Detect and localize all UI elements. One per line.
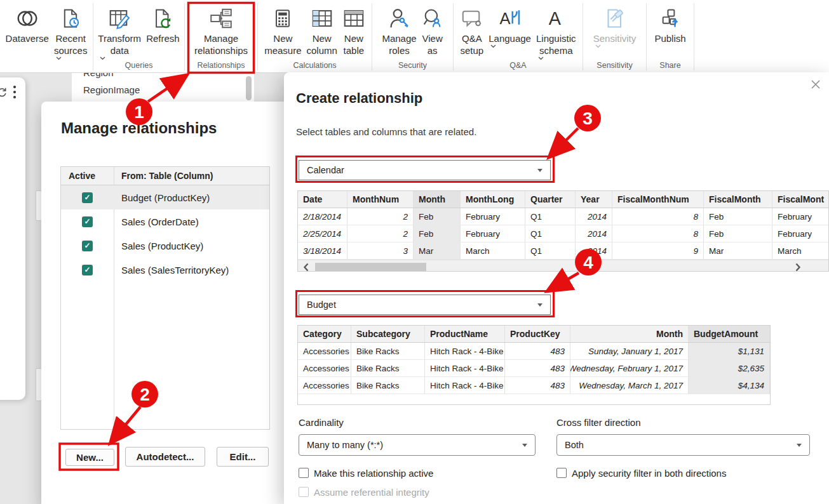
cell[interactable]: Bike Racks <box>351 377 425 394</box>
ribbon-button-linguistic-schema[interactable]: A Linguistic schema <box>534 0 579 61</box>
cell-selected[interactable]: $1,131 <box>689 343 770 359</box>
cell[interactable]: 2/25/2014 <box>298 225 347 242</box>
make-active-checkbox[interactable] <box>299 468 309 478</box>
cell-selected[interactable]: Feb <box>414 208 461 225</box>
cell[interactable]: February <box>772 208 829 225</box>
cell[interactable]: Accessories <box>298 360 351 376</box>
column-header[interactable]: FiscalMont <box>772 191 829 208</box>
more-options-icon[interactable] <box>13 86 16 101</box>
cell-selected[interactable]: $2,635 <box>689 360 770 376</box>
autodetect-button[interactable]: Autodetect... <box>125 447 205 467</box>
ribbon-button-language[interactable]: A Language <box>486 0 534 61</box>
active-checkbox[interactable] <box>82 192 93 203</box>
column-header[interactable]: Year <box>576 191 612 208</box>
cell[interactable]: February <box>461 208 525 225</box>
cell[interactable]: Wednesday, March 1, 2017 <box>570 377 689 394</box>
cell[interactable]: 2 <box>347 225 414 242</box>
cell[interactable]: Hitch Rack - 4-Bike <box>425 377 505 394</box>
column-header[interactable]: ProductKey <box>505 326 570 342</box>
apply-security-checkbox[interactable] <box>556 468 567 478</box>
column-header-selected[interactable]: Month <box>414 191 461 208</box>
active-checkbox[interactable] <box>82 216 93 227</box>
cell[interactable]: Feb <box>704 225 772 242</box>
second-table-dropdown[interactable]: Budget <box>299 295 551 315</box>
cell[interactable]: Bike Racks <box>351 360 425 376</box>
cross-filter-dropdown[interactable]: Both <box>556 434 810 456</box>
cell[interactable]: 3/18/2014 <box>298 242 347 259</box>
cell[interactable]: March <box>461 242 525 259</box>
ribbon-button-new-column[interactable]: Newcolumn <box>304 0 340 61</box>
column-header[interactable]: Date <box>298 191 347 208</box>
cell[interactable]: February <box>461 225 525 242</box>
ribbon-button-refresh[interactable]: Refresh <box>144 0 182 61</box>
column-header[interactable]: MonthLong <box>461 191 525 208</box>
scroll-right-icon[interactable] <box>795 263 801 272</box>
table-row[interactable]: Sales (OrderDate) <box>61 209 269 234</box>
cell[interactable]: 483 <box>505 360 570 376</box>
column-header[interactable]: MonthNum <box>347 191 414 208</box>
cell[interactable]: 2014 <box>576 208 612 225</box>
cell[interactable]: 8 <box>612 225 704 242</box>
close-icon[interactable] <box>810 79 823 91</box>
column-header[interactable]: Subcategory <box>351 326 425 342</box>
scroll-left-icon[interactable] <box>303 263 309 272</box>
active-checkbox[interactable] <box>82 241 93 251</box>
column-header[interactable]: FiscalMonthNum <box>612 191 704 208</box>
cell[interactable]: 483 <box>505 377 570 394</box>
cell[interactable]: Sunday, January 1, 2017 <box>570 343 689 359</box>
cell[interactable]: Accessories <box>298 377 351 394</box>
cell[interactable]: 2014 <box>576 242 612 259</box>
ribbon-button-dataverse[interactable]: Dataverse <box>3 0 51 61</box>
cell[interactable]: Q1 <box>525 225 576 242</box>
new-button[interactable]: New... <box>65 449 114 466</box>
edit-button[interactable]: Edit... <box>217 447 269 467</box>
cell[interactable]: Feb <box>704 208 772 225</box>
column-header[interactable]: Month <box>570 326 689 342</box>
cell[interactable]: Q1 <box>525 208 576 225</box>
cardinality-dropdown[interactable]: Many to many (*:*) <box>299 434 536 456</box>
cell[interactable]: 8 <box>612 208 704 225</box>
ribbon-button-qa-setup[interactable]: Q&Asetup <box>458 0 487 61</box>
cell-selected[interactable]: Feb <box>414 225 461 242</box>
column-header[interactable]: ProductName <box>425 326 505 342</box>
ribbon-button-view-as[interactable]: Viewas <box>419 0 446 61</box>
cell[interactable]: Q1 <box>525 242 576 259</box>
active-checkbox[interactable] <box>82 265 93 275</box>
column-header-selected[interactable]: BudgetAmount <box>689 326 770 342</box>
reset-icon[interactable] <box>0 86 7 97</box>
cell[interactable]: Wednesday, February 1, 2017 <box>570 360 689 376</box>
ribbon-button-manage-roles[interactable]: Manageroles <box>379 0 419 61</box>
ribbon-button-new-table[interactable]: Newtable <box>340 0 368 61</box>
field-item-regionimage[interactable]: RegionImage <box>83 84 140 95</box>
cell[interactable]: 2014 <box>576 225 612 242</box>
cell[interactable]: February <box>772 225 829 242</box>
field-list-scrollbar[interactable] <box>246 76 252 100</box>
cell[interactable]: Mar <box>704 242 772 259</box>
ribbon-button-publish[interactable]: Publish <box>652 0 688 61</box>
cell[interactable]: March <box>772 242 829 259</box>
cell[interactable]: Hitch Rack - 4-Bike <box>425 343 505 359</box>
horizontal-scrollbar[interactable] <box>298 260 828 272</box>
cell[interactable]: Hitch Rack - 4-Bike <box>425 360 505 376</box>
cell[interactable]: 2/18/2014 <box>298 208 347 225</box>
column-header[interactable]: Category <box>298 326 351 342</box>
cell[interactable]: Accessories <box>298 343 351 359</box>
cell[interactable]: 9 <box>612 242 704 259</box>
cell-selected[interactable]: Mar <box>414 242 461 259</box>
ribbon-button-recent-sources[interactable]: Recent sources <box>51 0 90 61</box>
table-row[interactable]: Sales (SalesTerritoryKey) <box>61 258 269 282</box>
cell-selected[interactable]: $4,134 <box>689 377 770 394</box>
column-header[interactable]: FiscalMonth <box>704 191 772 208</box>
ribbon-button-manage-relationships[interactable]: Manage relationships <box>192 0 250 61</box>
first-table-dropdown[interactable]: Calendar <box>299 160 551 180</box>
ribbon-button-transform-data[interactable]: Transform data <box>95 0 144 61</box>
column-header[interactable]: Quarter <box>525 191 576 208</box>
table-row[interactable]: Sales (ProductKey) <box>61 234 269 258</box>
table-row[interactable]: Budget (ProductKey) <box>61 185 269 209</box>
cell[interactable]: 2 <box>347 208 414 225</box>
cell[interactable]: Bike Racks <box>351 343 425 359</box>
ribbon-button-new-measure[interactable]: Newmeasure <box>262 0 304 61</box>
cell[interactable]: 3 <box>347 242 414 259</box>
scrollbar-thumb[interactable] <box>315 263 426 272</box>
cell[interactable]: 483 <box>505 343 570 359</box>
